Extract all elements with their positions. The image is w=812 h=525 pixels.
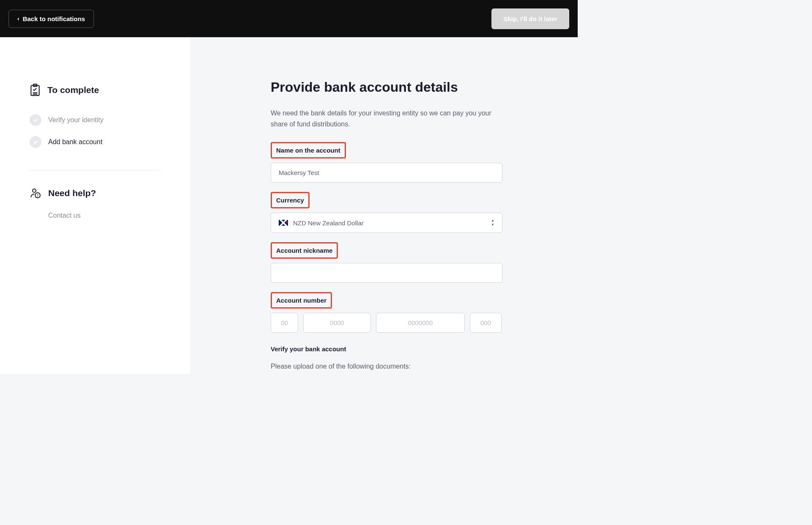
main-content: Provide bank account details We need the… <box>190 37 578 374</box>
contact-us-label: Contact us <box>48 212 80 219</box>
account-bank-input[interactable] <box>271 313 298 333</box>
to-complete-heading: To complete <box>30 84 161 96</box>
name-label: Name on the account <box>271 142 346 159</box>
account-number-label: Account number <box>271 292 332 309</box>
currency-select-value: NZD New Zealand Dollar <box>279 219 364 227</box>
check-circle-icon <box>30 114 41 126</box>
help-person-icon: ? <box>30 187 41 199</box>
currency-field-group: Currency NZD New Zealand Dollar ▲▼ <box>271 192 508 233</box>
select-arrows-icon: ▲▼ <box>491 219 494 227</box>
page-description: We need the bank details for your invest… <box>271 108 508 129</box>
currency-label: Currency <box>271 192 310 208</box>
account-number-row <box>271 313 508 333</box>
name-input[interactable] <box>271 163 502 183</box>
svg-point-4 <box>33 189 36 192</box>
svg-text:?: ? <box>37 194 39 197</box>
step-label: Verify your identity <box>48 116 104 124</box>
sidebar: To complete Verify your identity Add ban… <box>0 37 190 374</box>
step-label: Add bank account <box>48 138 102 146</box>
nickname-input[interactable] <box>271 263 502 283</box>
nz-flag-icon <box>279 220 288 226</box>
top-bar: ‹ Back to notifications Skip, I'll do it… <box>0 0 578 37</box>
bank-details-form: Provide bank account details We need the… <box>271 79 508 370</box>
need-help-section: ? Need help? Contact us <box>30 187 161 219</box>
back-button[interactable]: ‹ Back to notifications <box>8 10 94 28</box>
skip-button[interactable]: Skip, I'll do it later <box>491 8 569 29</box>
account-branch-input[interactable] <box>303 313 371 333</box>
account-number-field-group: Account number <box>271 292 508 333</box>
step-verify-identity[interactable]: Verify your identity <box>30 109 161 131</box>
need-help-label: Need help? <box>48 188 96 198</box>
to-complete-label: To complete <box>47 85 99 95</box>
currency-select[interactable]: NZD New Zealand Dollar ▲▼ <box>271 213 502 233</box>
need-help-heading: ? Need help? <box>30 187 161 199</box>
check-circle-icon <box>30 136 41 148</box>
step-add-bank-account[interactable]: Add bank account <box>30 131 161 153</box>
divider <box>30 170 161 170</box>
account-suffix-input[interactable] <box>470 313 502 333</box>
layout: To complete Verify your identity Add ban… <box>0 37 578 374</box>
currency-text: NZD New Zealand Dollar <box>293 219 364 227</box>
clipboard-icon <box>30 84 41 96</box>
skip-button-label: Skip, I'll do it later <box>503 15 557 22</box>
name-field-group: Name on the account <box>271 142 508 183</box>
nickname-label: Account nickname <box>271 242 338 259</box>
verify-heading: Verify your bank account <box>271 345 508 353</box>
back-button-label: Back to notifications <box>23 15 85 22</box>
contact-us-link[interactable]: Contact us <box>30 212 161 219</box>
page-title: Provide bank account details <box>271 79 508 95</box>
nickname-field-group: Account nickname <box>271 242 508 283</box>
account-base-input[interactable] <box>376 313 465 333</box>
chevron-left-icon: ‹ <box>17 15 19 22</box>
to-complete-section: To complete Verify your identity Add ban… <box>30 84 161 153</box>
upload-instructions: Please upload one of the following docum… <box>271 363 508 370</box>
